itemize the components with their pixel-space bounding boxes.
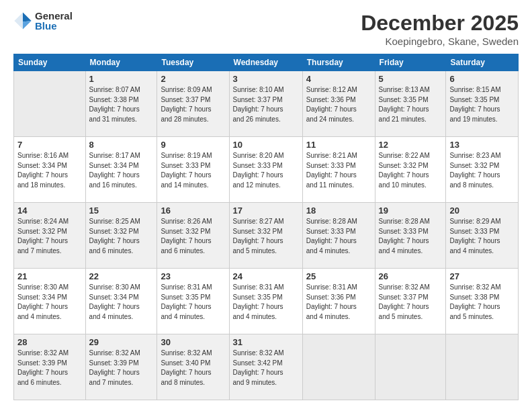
- day-number: 20: [449, 205, 515, 216]
- day-info: Sunrise: 8:16 AM Sunset: 3:34 PM Dayligh…: [17, 151, 82, 190]
- location: Koepingebro, Skane, Sweden: [361, 36, 519, 47]
- day-info: Sunrise: 8:12 AM Sunset: 3:36 PM Dayligh…: [306, 85, 371, 124]
- day-info: Sunrise: 8:17 AM Sunset: 3:34 PM Dayligh…: [89, 151, 154, 190]
- day-info: Sunrise: 8:22 AM Sunset: 3:32 PM Dayligh…: [379, 151, 443, 190]
- day-info: Sunrise: 8:26 AM Sunset: 3:32 PM Dayligh…: [161, 217, 225, 256]
- weekday-header-saturday: Saturday: [446, 54, 519, 71]
- day-number: 9: [161, 140, 225, 150]
- day-number: 21: [17, 271, 82, 281]
- weekday-header-friday: Friday: [375, 54, 446, 71]
- day-info: Sunrise: 8:30 AM Sunset: 3:34 PM Dayligh…: [89, 283, 154, 322]
- logo-text: General Blue: [35, 11, 73, 31]
- calendar-day-cell: 17Sunrise: 8:27 AM Sunset: 3:32 PM Dayli…: [229, 203, 302, 269]
- calendar-day-cell: [375, 334, 446, 400]
- calendar-day-cell: 6Sunrise: 8:15 AM Sunset: 3:35 PM Daylig…: [446, 71, 519, 137]
- weekday-header-sunday: Sunday: [14, 54, 86, 71]
- day-info: Sunrise: 8:32 AM Sunset: 3:42 PM Dayligh…: [233, 349, 299, 387]
- calendar-day-cell: 10Sunrise: 8:20 AM Sunset: 3:33 PM Dayli…: [229, 137, 302, 203]
- day-info: Sunrise: 8:15 AM Sunset: 3:35 PM Dayligh…: [449, 85, 515, 124]
- day-info: Sunrise: 8:21 AM Sunset: 3:33 PM Dayligh…: [306, 151, 371, 190]
- day-info: Sunrise: 8:13 AM Sunset: 3:35 PM Dayligh…: [379, 85, 443, 124]
- day-info: Sunrise: 8:20 AM Sunset: 3:33 PM Dayligh…: [233, 151, 299, 190]
- day-info: Sunrise: 8:30 AM Sunset: 3:34 PM Dayligh…: [17, 283, 82, 322]
- day-number: 13: [449, 140, 515, 150]
- day-number: 12: [379, 140, 443, 150]
- logo-general-text: General: [35, 11, 73, 21]
- calendar-day-cell: 13Sunrise: 8:23 AM Sunset: 3:32 PM Dayli…: [446, 137, 519, 203]
- day-number: 16: [161, 205, 225, 216]
- calendar-day-cell: 4Sunrise: 8:12 AM Sunset: 3:36 PM Daylig…: [302, 71, 375, 137]
- calendar-day-cell: 9Sunrise: 8:19 AM Sunset: 3:33 PM Daylig…: [157, 137, 229, 203]
- calendar-day-cell: 8Sunrise: 8:17 AM Sunset: 3:34 PM Daylig…: [85, 137, 157, 203]
- day-info: Sunrise: 8:29 AM Sunset: 3:33 PM Dayligh…: [449, 217, 515, 256]
- page: General Blue December 2025 Koepingebro, …: [0, 0, 532, 411]
- weekday-header-monday: Monday: [85, 54, 157, 71]
- calendar-day-cell: 3Sunrise: 8:10 AM Sunset: 3:37 PM Daylig…: [229, 71, 302, 137]
- day-number: 24: [233, 271, 299, 281]
- logo: General Blue: [13, 11, 73, 31]
- calendar-day-cell: 31Sunrise: 8:32 AM Sunset: 3:42 PM Dayli…: [229, 334, 302, 400]
- day-info: Sunrise: 8:31 AM Sunset: 3:35 PM Dayligh…: [161, 283, 225, 322]
- day-info: Sunrise: 8:25 AM Sunset: 3:32 PM Dayligh…: [89, 217, 154, 256]
- day-number: 11: [306, 140, 371, 150]
- day-info: Sunrise: 8:10 AM Sunset: 3:37 PM Dayligh…: [233, 85, 299, 124]
- calendar-day-cell: 7Sunrise: 8:16 AM Sunset: 3:34 PM Daylig…: [14, 137, 86, 203]
- day-number: 3: [233, 74, 299, 84]
- svg-marker-2: [23, 21, 32, 30]
- calendar-day-cell: 26Sunrise: 8:32 AM Sunset: 3:37 PM Dayli…: [375, 269, 446, 334]
- header: General Blue December 2025 Koepingebro, …: [13, 11, 519, 47]
- day-number: 15: [89, 205, 154, 216]
- month-title: December 2025: [361, 11, 519, 36]
- day-number: 27: [449, 271, 515, 281]
- day-number: 18: [306, 205, 371, 216]
- calendar-day-cell: 30Sunrise: 8:32 AM Sunset: 3:40 PM Dayli…: [157, 334, 229, 400]
- weekday-header-tuesday: Tuesday: [157, 54, 229, 71]
- calendar-week-row: 7Sunrise: 8:16 AM Sunset: 3:34 PM Daylig…: [14, 137, 519, 203]
- calendar-day-cell: 12Sunrise: 8:22 AM Sunset: 3:32 PM Dayli…: [375, 137, 446, 203]
- calendar-day-cell: 18Sunrise: 8:28 AM Sunset: 3:33 PM Dayli…: [302, 203, 375, 269]
- day-number: 6: [449, 74, 515, 84]
- weekday-header-wednesday: Wednesday: [229, 54, 302, 71]
- calendar-day-cell: 11Sunrise: 8:21 AM Sunset: 3:33 PM Dayli…: [302, 137, 375, 203]
- calendar-day-cell: [302, 334, 375, 400]
- calendar-day-cell: 21Sunrise: 8:30 AM Sunset: 3:34 PM Dayli…: [14, 269, 86, 334]
- day-number: 30: [161, 337, 225, 347]
- day-number: 28: [17, 337, 82, 347]
- calendar-day-cell: 5Sunrise: 8:13 AM Sunset: 3:35 PM Daylig…: [375, 71, 446, 137]
- day-info: Sunrise: 8:31 AM Sunset: 3:35 PM Dayligh…: [233, 283, 299, 322]
- calendar-day-cell: 15Sunrise: 8:25 AM Sunset: 3:32 PM Dayli…: [85, 203, 157, 269]
- day-number: 10: [233, 140, 299, 150]
- day-number: 4: [306, 74, 371, 84]
- day-info: Sunrise: 8:32 AM Sunset: 3:40 PM Dayligh…: [161, 349, 225, 387]
- calendar-week-row: 14Sunrise: 8:24 AM Sunset: 3:32 PM Dayli…: [14, 203, 519, 269]
- day-info: Sunrise: 8:32 AM Sunset: 3:39 PM Dayligh…: [89, 349, 154, 387]
- calendar-day-cell: [14, 71, 86, 137]
- calendar-header-row: SundayMondayTuesdayWednesdayThursdayFrid…: [14, 54, 519, 71]
- calendar-day-cell: [446, 334, 519, 400]
- calendar-week-row: 21Sunrise: 8:30 AM Sunset: 3:34 PM Dayli…: [14, 269, 519, 334]
- day-info: Sunrise: 8:32 AM Sunset: 3:39 PM Dayligh…: [17, 349, 82, 387]
- calendar-day-cell: 22Sunrise: 8:30 AM Sunset: 3:34 PM Dayli…: [85, 269, 157, 334]
- day-info: Sunrise: 8:31 AM Sunset: 3:36 PM Dayligh…: [306, 283, 371, 322]
- calendar-day-cell: 27Sunrise: 8:32 AM Sunset: 3:38 PM Dayli…: [446, 269, 519, 334]
- svg-marker-1: [23, 12, 32, 21]
- calendar-day-cell: 24Sunrise: 8:31 AM Sunset: 3:35 PM Dayli…: [229, 269, 302, 334]
- day-number: 22: [89, 271, 154, 281]
- day-number: 8: [89, 140, 154, 150]
- title-block: December 2025 Koepingebro, Skane, Sweden: [361, 11, 519, 47]
- day-number: 23: [161, 271, 225, 281]
- day-number: 7: [17, 140, 82, 150]
- day-info: Sunrise: 8:32 AM Sunset: 3:37 PM Dayligh…: [379, 283, 443, 322]
- day-info: Sunrise: 8:23 AM Sunset: 3:32 PM Dayligh…: [449, 151, 515, 190]
- day-info: Sunrise: 8:32 AM Sunset: 3:38 PM Dayligh…: [449, 283, 515, 322]
- calendar-day-cell: 19Sunrise: 8:28 AM Sunset: 3:33 PM Dayli…: [375, 203, 446, 269]
- day-number: 14: [17, 205, 82, 216]
- day-info: Sunrise: 8:27 AM Sunset: 3:32 PM Dayligh…: [233, 217, 299, 256]
- day-number: 5: [379, 74, 443, 84]
- logo-blue-text: Blue: [35, 21, 73, 31]
- day-number: 25: [306, 271, 371, 281]
- calendar-table: SundayMondayTuesdayWednesdayThursdayFrid…: [13, 54, 519, 400]
- calendar-day-cell: 20Sunrise: 8:29 AM Sunset: 3:33 PM Dayli…: [446, 203, 519, 269]
- day-number: 26: [379, 271, 443, 281]
- calendar-day-cell: 29Sunrise: 8:32 AM Sunset: 3:39 PM Dayli…: [85, 334, 157, 400]
